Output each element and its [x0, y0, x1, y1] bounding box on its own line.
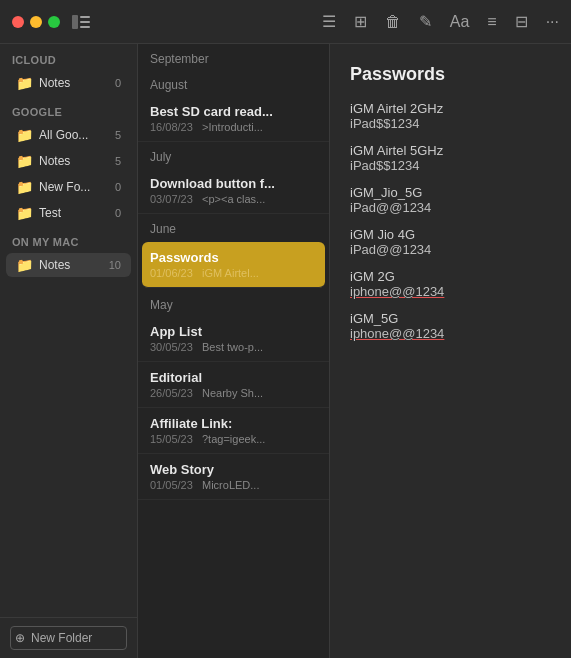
note-meta: 01/06/23 iGM Airtel... [150, 267, 317, 279]
note-title: Download button f... [150, 176, 317, 191]
note-title: Affiliate Link: [150, 416, 317, 431]
note-title: App List [150, 324, 317, 339]
password-entry-1: iGM Airtel 2GHz iPad$$1234 [350, 101, 551, 131]
folder-icon: 📁 [16, 205, 33, 221]
sidebar-item-icloud-notes[interactable]: 📁 Notes 0 [6, 71, 131, 95]
sidebar-label: Notes [39, 154, 109, 168]
sidebar-count: 5 [115, 129, 121, 141]
section-header-may: May [138, 290, 329, 316]
new-folder-button[interactable]: ⊕ New Folder [10, 626, 127, 650]
main-layout: iCloud 📁 Notes 0 Google 📁 All Goo... 5 📁… [0, 44, 571, 658]
sidebar-count: 0 [115, 181, 121, 193]
note-item-web-story[interactable]: Web Story 01/05/23 MicroLED... [138, 454, 329, 500]
note-preview: <p><a clas... [202, 193, 265, 205]
password-value: iphone@@1234 [350, 284, 551, 299]
table-icon[interactable]: ⊟ [515, 12, 528, 31]
new-folder-label: New Folder [31, 631, 92, 645]
sidebar-section-icloud: iCloud [0, 44, 137, 70]
sidebar-label: Test [39, 206, 109, 220]
section-header-july: July [138, 142, 329, 168]
svg-rect-1 [80, 16, 90, 18]
note-meta: 03/07/23 <p><a clas... [150, 193, 317, 205]
note-preview: ?tag=igeek... [202, 433, 265, 445]
password-entry-6: iGM_5G iphone@@1234 [350, 311, 551, 341]
note-title: Best SD card read... [150, 104, 317, 119]
sidebar-label: Notes [39, 258, 103, 272]
traffic-lights [12, 16, 60, 28]
sidebar-section-on-my-mac: On My Mac [0, 226, 137, 252]
section-header-august: August [138, 70, 329, 96]
svg-rect-2 [80, 21, 90, 23]
svg-rect-0 [72, 15, 78, 29]
sidebar-item-test[interactable]: 📁 Test 0 [6, 201, 131, 225]
note-title: Editorial [150, 370, 317, 385]
note-item-editorial[interactable]: Editorial 26/05/23 Nearby Sh... [138, 362, 329, 408]
note-item-affiliate-link[interactable]: Affiliate Link: 15/05/23 ?tag=igeek... [138, 408, 329, 454]
maximize-button[interactable] [48, 16, 60, 28]
detail-title: Passwords [350, 64, 551, 85]
titlebar: ☰ ⊞ 🗑 ✎ Aa ≡ ⊟ ··· [0, 0, 571, 44]
section-header-september: September [138, 44, 329, 70]
notes-list: September August Best SD card read... 16… [138, 44, 330, 658]
note-date: 01/06/23 [150, 267, 193, 279]
note-preview: MicroLED... [202, 479, 259, 491]
minimize-button[interactable] [30, 16, 42, 28]
note-preview: iGM Airtel... [202, 267, 259, 279]
password-value: iPad$$1234 [350, 158, 551, 173]
text-format-icon[interactable]: Aa [450, 13, 470, 31]
password-entry-3: iGM_Jio_5G iPad@@1234 [350, 185, 551, 215]
note-date: 30/05/23 [150, 341, 193, 353]
delete-icon[interactable]: 🗑 [385, 13, 401, 31]
note-meta: 30/05/23 Best two-p... [150, 341, 317, 353]
more-icon[interactable]: ··· [546, 13, 559, 31]
sidebar-label: Notes [39, 76, 109, 90]
sidebar-count: 10 [109, 259, 121, 271]
note-item-download-button[interactable]: Download button f... 03/07/23 <p><a clas… [138, 168, 329, 214]
note-preview: Best two-p... [202, 341, 263, 353]
sidebar-label: New Fo... [39, 180, 109, 194]
folder-icon: 📁 [16, 127, 33, 143]
sidebar-item-mac-notes[interactable]: 📁 Notes 10 [6, 253, 131, 277]
note-meta: 26/05/23 Nearby Sh... [150, 387, 317, 399]
note-item-passwords[interactable]: Passwords 01/06/23 iGM Airtel... [142, 242, 325, 288]
password-value: iphone@@1234 [350, 326, 551, 341]
sidebar-label: All Goo... [39, 128, 109, 142]
checklist-icon[interactable]: ≡ [487, 13, 496, 31]
sidebar-item-all-google[interactable]: 📁 All Goo... 5 [6, 123, 131, 147]
list-view-icon[interactable]: ☰ [322, 12, 336, 31]
note-date: 01/05/23 [150, 479, 193, 491]
password-service: iGM Airtel 2GHz [350, 101, 551, 116]
note-item-best-sd-card[interactable]: Best SD card read... 16/08/23 >Introduct… [138, 96, 329, 142]
close-button[interactable] [12, 16, 24, 28]
password-service: iGM_5G [350, 311, 551, 326]
sidebar-count: 5 [115, 155, 121, 167]
folder-icon: 📁 [16, 257, 33, 273]
note-title: Web Story [150, 462, 317, 477]
detail-pane: Passwords iGM Airtel 2GHz iPad$$1234 iGM… [330, 44, 571, 658]
sidebar-toggle-button[interactable] [72, 12, 100, 32]
note-date: 16/08/23 [150, 121, 193, 133]
sidebar-item-new-folder-google[interactable]: 📁 New Fo... 0 [6, 175, 131, 199]
sidebar: iCloud 📁 Notes 0 Google 📁 All Goo... 5 📁… [0, 44, 138, 658]
note-preview: >Introducti... [202, 121, 263, 133]
grid-view-icon[interactable]: ⊞ [354, 12, 367, 31]
note-item-app-list[interactable]: App List 30/05/23 Best two-p... [138, 316, 329, 362]
note-date: 15/05/23 [150, 433, 193, 445]
password-value: iPad@@1234 [350, 200, 551, 215]
sidebar-count: 0 [115, 77, 121, 89]
folder-icon: 📁 [16, 179, 33, 195]
note-meta: 15/05/23 ?tag=igeek... [150, 433, 317, 445]
svg-rect-3 [80, 26, 90, 28]
folder-icon: 📁 [16, 75, 33, 91]
password-service: iGM Airtel 5GHz [350, 143, 551, 158]
note-meta: 16/08/23 >Introducti... [150, 121, 317, 133]
password-entry-2: iGM Airtel 5GHz iPad$$1234 [350, 143, 551, 173]
section-header-june: June [138, 214, 329, 240]
password-service: iGM 2G [350, 269, 551, 284]
password-service: iGM Jio 4G [350, 227, 551, 242]
folder-icon: 📁 [16, 153, 33, 169]
sidebar-item-google-notes[interactable]: 📁 Notes 5 [6, 149, 131, 173]
password-value: iPad$$1234 [350, 116, 551, 131]
compose-icon[interactable]: ✎ [419, 12, 432, 31]
sidebar-count: 0 [115, 207, 121, 219]
